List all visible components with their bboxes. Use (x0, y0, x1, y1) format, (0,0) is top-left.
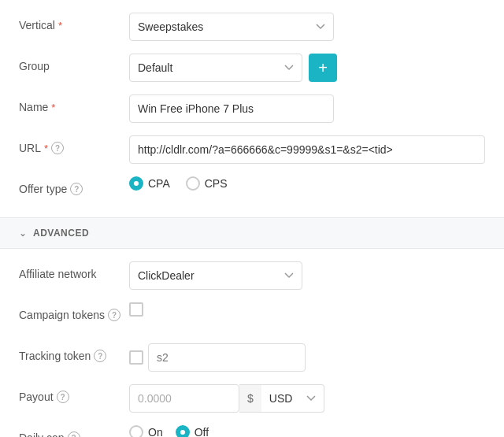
daily-cap-off-item[interactable]: Off (176, 425, 209, 437)
daily-cap-on-item[interactable]: On (129, 425, 163, 437)
name-row: Name* (19, 94, 485, 123)
vertical-control: Sweepstakes Dating Finance Health Gaming (129, 13, 485, 41)
name-input[interactable] (129, 94, 334, 123)
payout-control: $ USD EUR GBP (129, 384, 485, 413)
campaign-tokens-help-icon[interactable]: ? (108, 309, 120, 321)
vertical-required-star: * (58, 20, 62, 31)
daily-cap-label: Daily cap ? (19, 425, 129, 437)
payout-help-icon[interactable]: ? (57, 391, 69, 403)
tracking-token-input[interactable] (148, 343, 306, 372)
affiliate-network-row: Affiliate network ClickDealer CJ ShareAS… (19, 261, 485, 290)
payout-wrap: $ USD EUR GBP (129, 384, 324, 413)
advanced-section[interactable]: ⌄ ADVANCED (0, 217, 504, 249)
offer-type-row: Offer type ? CPA CPS (19, 176, 485, 205)
cps-radio-item[interactable]: CPS (186, 176, 228, 191)
cpa-radio-item[interactable]: CPA (129, 176, 170, 191)
url-input[interactable] (129, 135, 485, 164)
vertical-label: Vertical* (19, 13, 129, 31)
group-control: Default Group A Group B + (129, 54, 485, 82)
tracking-token-row: Tracking token ? (19, 343, 485, 372)
currency-symbol: $ (239, 384, 261, 413)
campaign-tokens-control (129, 302, 485, 317)
url-help-icon[interactable]: ? (51, 142, 64, 154)
tracking-token-control (129, 343, 485, 372)
tracking-token-label: Tracking token ? (19, 343, 129, 362)
name-label: Name* (19, 94, 129, 113)
tracking-token-checkbox[interactable] (129, 350, 143, 365)
affiliate-network-control: ClickDealer CJ ShareASale Awin (129, 261, 485, 290)
vertical-select[interactable]: Sweepstakes Dating Finance Health Gaming (129, 13, 334, 41)
daily-cap-off-circle (176, 425, 190, 437)
group-select[interactable]: Default Group A Group B (129, 54, 302, 82)
group-label: Group (19, 54, 129, 72)
daily-cap-off-label: Off (195, 426, 209, 437)
url-row: URL* ? (19, 135, 485, 164)
offer-type-help-icon[interactable]: ? (70, 183, 83, 195)
cpa-label: CPA (148, 177, 170, 190)
offer-type-label: Offer type ? (19, 176, 129, 195)
cpa-radio-circle (129, 176, 143, 191)
add-group-button[interactable]: + (309, 54, 337, 82)
advanced-label: ADVANCED (33, 228, 89, 239)
currency-select[interactable]: USD EUR GBP (261, 384, 324, 413)
payout-row: Payout ? $ USD EUR GBP (19, 384, 485, 413)
url-required-star: * (44, 143, 48, 154)
vertical-row: Vertical* Sweepstakes Dating Finance Hea… (19, 13, 485, 41)
cps-radio-circle (186, 176, 200, 191)
daily-cap-on-label: On (148, 426, 163, 437)
affiliate-network-label: Affiliate network (19, 261, 129, 280)
daily-cap-control: On Off (129, 425, 485, 437)
campaign-tokens-label: Campaign tokens ? (19, 302, 129, 321)
url-label: URL* ? (19, 135, 129, 154)
name-control (129, 94, 485, 123)
daily-cap-help-icon[interactable]: ? (68, 431, 80, 437)
cps-label: CPS (205, 177, 228, 190)
daily-cap-radio-group: On Off (129, 425, 209, 437)
tracking-token-help-icon[interactable]: ? (94, 350, 106, 362)
payout-input[interactable] (129, 384, 239, 413)
group-row: Group Default Group A Group B + (19, 54, 485, 82)
daily-cap-on-circle (129, 425, 143, 437)
campaign-tokens-row: Campaign tokens ? (19, 302, 485, 331)
affiliate-network-select[interactable]: ClickDealer CJ ShareASale Awin (129, 261, 302, 290)
name-required-star: * (51, 102, 55, 113)
offer-type-radio-group: CPA CPS (129, 176, 228, 191)
tracking-token-wrap (129, 343, 306, 372)
campaign-tokens-checkbox[interactable] (129, 302, 143, 317)
payout-label: Payout ? (19, 384, 129, 403)
url-control (129, 135, 485, 164)
advanced-chevron-icon: ⌄ (19, 228, 27, 239)
daily-cap-row: Daily cap ? On Off (19, 425, 485, 437)
offer-type-control: CPA CPS (129, 176, 485, 191)
